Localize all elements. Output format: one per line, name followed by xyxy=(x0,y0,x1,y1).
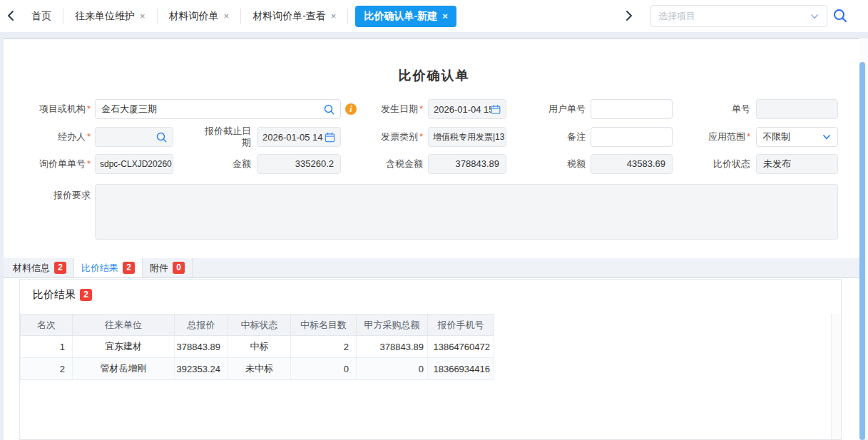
section-title-text: 比价结果 xyxy=(33,288,76,302)
col-header-vendor[interactable]: 往来单位 xyxy=(73,314,175,336)
handler-field[interactable] xyxy=(95,127,173,147)
tab-attachments[interactable]: 附件0 xyxy=(143,258,193,277)
detail-tab-bar: 材料信息2 比价结果2 附件0 xyxy=(4,258,859,278)
cell-phone: 13864760472 xyxy=(428,336,494,358)
required-mark: * xyxy=(747,131,750,142)
user-no-label: 用户单号 xyxy=(524,99,586,119)
col-header-phone[interactable]: 报价手机号 xyxy=(428,314,494,336)
cell-vendor: 宜东建材 xyxy=(73,336,175,358)
amount-field: 335260.2 xyxy=(257,154,341,174)
handler-label: 经办人* xyxy=(14,127,91,147)
nav-back-icon[interactable] xyxy=(5,9,18,22)
tab-label: 附件 xyxy=(150,262,168,275)
col-header-rank[interactable]: 名次 xyxy=(21,314,73,336)
quote-deadline-label: 报价截止日期 xyxy=(200,124,251,150)
tab-label: 比价结果 xyxy=(81,262,118,275)
close-icon[interactable]: × xyxy=(442,11,448,21)
divider-strip xyxy=(0,32,868,39)
occur-date-label: 发生日期* xyxy=(360,99,423,119)
table-row[interactable]: 2 管材岳增刚 392353.24 未中标 0 0 18366934416 xyxy=(21,358,494,380)
required-mark: * xyxy=(87,158,91,169)
status-label: 比价状态 xyxy=(692,154,750,174)
cell-win-status: 中标 xyxy=(228,336,291,358)
quote-req-label: 报价要求 xyxy=(14,185,91,205)
cell-win-items: 0 xyxy=(291,358,357,380)
cell-phone: 18366934416 xyxy=(428,358,494,380)
nav-tab-bar: 首页 往来单位维护× 材料询价单× 材料询价单-查看× 比价确认单-新建× xyxy=(20,0,464,32)
search-icon[interactable] xyxy=(832,8,848,24)
remark-field[interactable] xyxy=(591,127,673,147)
quote-req-textarea xyxy=(95,184,838,240)
count-badge: 0 xyxy=(173,262,185,274)
tab-compare-result[interactable]: 比价结果2 xyxy=(74,258,143,277)
nav-tab-compare-new-active[interactable]: 比价确认单-新建× xyxy=(355,6,456,27)
table-scrollbar-track[interactable] xyxy=(831,314,841,439)
section-title: 比价结果 2 xyxy=(33,288,92,302)
page-title: 比价确认单 xyxy=(0,67,868,84)
inquiry-no-label: 询价单单号* xyxy=(7,154,91,174)
table-row[interactable]: 1 宜东建材 378843.89 中标 2 378843.89 13864760… xyxy=(21,336,494,358)
quote-deadline-field[interactable]: 2026-01-05 14 xyxy=(257,127,341,147)
search-icon[interactable] xyxy=(155,131,168,143)
nav-tab-label: 材料询价单-查看 xyxy=(252,10,326,23)
nav-tab-inquiry-view[interactable]: 材料询价单-查看× xyxy=(241,9,348,24)
user-no-input[interactable] xyxy=(591,100,672,118)
project-select[interactable] xyxy=(650,5,827,27)
inquiry-no-field: sdpc-CLXJD20260 xyxy=(95,154,173,174)
nav-tab-home[interactable]: 首页 xyxy=(20,9,63,24)
occur-date-value: 2026-01-04 15 xyxy=(434,104,491,115)
project-select-input[interactable] xyxy=(658,11,810,21)
project-input[interactable] xyxy=(96,100,340,118)
top-navbar: 首页 往来单位维护× 材料询价单× 材料询价单-查看× 比价确认单-新建× xyxy=(0,0,868,32)
project-field[interactable] xyxy=(95,99,341,119)
quote-deadline-value: 2026-01-05 14 xyxy=(262,132,323,143)
tab-label: 材料信息 xyxy=(13,262,50,275)
count-badge: 2 xyxy=(54,262,66,274)
doc-no-field xyxy=(756,99,838,119)
required-mark: * xyxy=(87,103,91,114)
nav-tab-label: 材料询价单 xyxy=(169,10,219,23)
cell-rank: 1 xyxy=(21,336,73,358)
close-icon[interactable]: × xyxy=(140,11,145,21)
calendar-icon xyxy=(491,104,501,115)
col-header-win-items[interactable]: 中标名目数 xyxy=(291,314,357,336)
cell-purchase-total: 378843.89 xyxy=(357,336,428,358)
apply-scope-label: 应用范围* xyxy=(692,127,750,147)
apply-scope-value: 不限制 xyxy=(762,131,790,143)
calendar-icon xyxy=(325,132,335,143)
scrollbar-thumb[interactable] xyxy=(859,62,865,440)
amount-tax-field: 378843.89 xyxy=(428,154,506,174)
table-header-row: 名次 往来单位 总报价 中标状态 中标名目数 甲方采购总额 报价手机号 xyxy=(21,314,494,336)
close-icon[interactable]: × xyxy=(224,11,230,21)
info-icon[interactable]: i xyxy=(345,103,357,115)
col-header-total-quote[interactable]: 总报价 xyxy=(175,314,228,336)
occur-date-field[interactable]: 2026-01-04 15 xyxy=(428,99,506,119)
close-icon[interactable]: × xyxy=(331,11,337,21)
cell-total-quote: 378843.89 xyxy=(175,336,228,358)
nav-tab-vendors[interactable]: 往来单位维护× xyxy=(63,9,158,24)
compare-result-section: 比价结果 2 名次 往来单位 总报价 中标状态 中标名目数 甲方采购总额 报价手… xyxy=(19,279,842,440)
nav-forward-icon[interactable] xyxy=(622,9,635,22)
user-no-field[interactable] xyxy=(591,99,673,119)
invoice-type-field: 增值税专用发票|13 xyxy=(428,127,506,147)
col-header-purchase-total[interactable]: 甲方采购总额 xyxy=(357,314,428,336)
col-header-win-status[interactable]: 中标状态 xyxy=(228,314,291,336)
apply-scope-select[interactable]: 不限制 xyxy=(756,127,838,147)
tab-material-info[interactable]: 材料信息2 xyxy=(6,258,74,277)
remark-input[interactable] xyxy=(591,128,672,146)
nav-tab-label: 首页 xyxy=(31,10,51,23)
cell-win-items: 2 xyxy=(291,336,357,358)
status-field: 未发布 xyxy=(756,154,838,174)
required-mark: * xyxy=(419,131,423,142)
nav-tab-inquiry[interactable]: 材料询价单× xyxy=(158,9,242,24)
nav-tab-label: 比价确认单-新建 xyxy=(364,10,437,23)
remark-label: 备注 xyxy=(524,127,586,147)
amount-tax-label: 含税金额 xyxy=(360,154,423,174)
chevron-down-icon xyxy=(810,11,820,21)
amount-label: 金额 xyxy=(200,154,251,174)
search-icon[interactable] xyxy=(323,103,335,116)
nav-tab-label: 往来单位维护 xyxy=(75,10,135,23)
invoice-type-label: 发票类别* xyxy=(360,127,423,147)
tax-field: 43583.69 xyxy=(591,154,673,174)
count-badge: 2 xyxy=(80,289,92,301)
